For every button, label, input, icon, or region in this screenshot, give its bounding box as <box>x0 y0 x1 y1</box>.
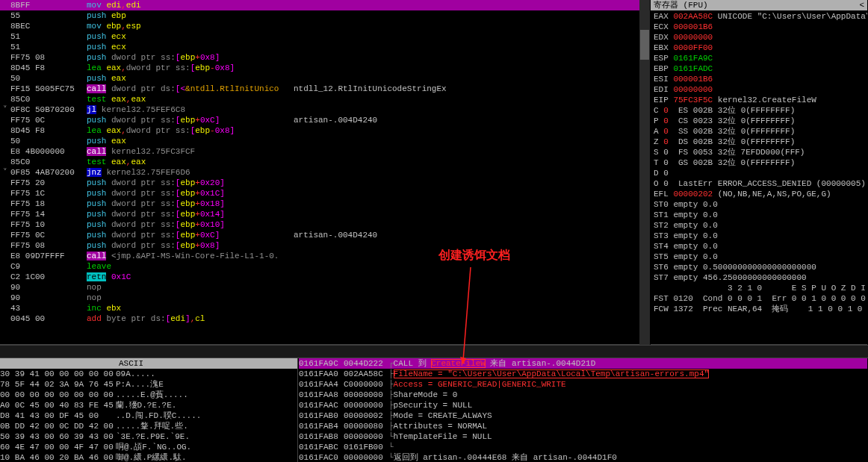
disasm-row[interactable]: 50 push eax <box>0 136 649 146</box>
hexdump-row[interactable]: 00 00 00 00 00 00 00 00.....E.@萯..... <box>0 390 297 400</box>
disasm-row[interactable]: 50 push eax <box>0 73 649 84</box>
disassembly-pane[interactable]: 8BFF mov edi,edi55 push ebp8BEC mov ebp,… <box>0 0 650 345</box>
register-line[interactable]: 3 2 1 0 E S P U O Z D I <box>654 283 864 293</box>
register-line[interactable]: ST1 empty 0.0 <box>654 210 864 220</box>
register-line[interactable]: O 0 LastErr ERROR_ACCESS_DENIED (0000000… <box>654 178 864 189</box>
hexdump-header: ASCII <box>0 358 297 369</box>
stack-row[interactable]: 0161FAB000000002├Mode = CREATE_ALWAYS <box>299 411 867 421</box>
disasm-row[interactable]: 51 push ecx <box>0 31 649 42</box>
stack-pane[interactable]: 0161FA9C0044D222┌CALL 到 CreateFileW 来自 a… <box>299 358 867 462</box>
register-line[interactable]: ECX 000001B6 <box>654 22 864 32</box>
hexdump-row[interactable]: D8 41 43 00 DF 45 00..D.闯.FD.聧C..... <box>0 411 297 421</box>
stack-row[interactable]: 0161FAB400000080├Attributes = NORMAL <box>299 421 867 431</box>
register-line[interactable]: EFL 00000202 (NO,NB,NE,A,NS,PO,GE,G) <box>654 189 864 199</box>
disasm-row[interactable]: FF75 08 push dword ptr ss:[ebp+0x8] <box>0 52 649 63</box>
disasm-row[interactable]: ˅0F8C 50B70200 jl kernel32.75FEF6C8 <box>0 104 649 115</box>
hexdump-row[interactable]: 50 39 43 00 60 39 43 00`3E.?E.P9E.`9E. <box>0 431 297 442</box>
register-line[interactable]: D 0 <box>654 168 864 178</box>
disasm-row[interactable]: ˅0F85 4AB70200 jnz kernel32.75FEF6D6 <box>0 167 649 178</box>
disasm-row[interactable]: C9 leave <box>0 261 649 272</box>
register-line[interactable]: FCW 1372 Prec NEAR,64 掩码 1 1 0 0 1 0 <box>654 304 864 314</box>
register-line[interactable]: EDX 00000000 <box>654 32 864 43</box>
stack-row[interactable]: 0161FAA800000000├ShareMode = 0 <box>299 390 867 400</box>
disasm-row[interactable]: FF75 0C push dword ptr ss:[ebp+0xC]artis… <box>0 115 649 125</box>
disasm-row[interactable]: E8 09D7FFFF call <jmp.&API-MS-Win-Core-F… <box>0 251 649 261</box>
disasm-row[interactable]: FF75 1C push dword ptr ss:[ebp+0x1C] <box>0 188 649 199</box>
register-line[interactable]: EAX 002AA58C UNICODE "C:\Users\User\AppD… <box>654 11 864 22</box>
stack-row[interactable]: 0161FABC0161FB00└ <box>299 442 867 452</box>
register-line[interactable]: ST0 empty 0.0 <box>654 199 864 210</box>
disasm-row[interactable]: FF75 18 push dword ptr ss:[ebp+0x18] <box>0 199 649 209</box>
disasm-row[interactable]: 8D45 F8 lea eax,dword ptr ss:[ebp-0x8] <box>0 63 649 73</box>
hexdump-row[interactable]: 10 BA 46 00 20 BA 46 00啣@.繯.P縲繯.駄. <box>0 452 297 462</box>
disasm-row[interactable]: FF75 08 push dword ptr ss:[ebp+0x8] <box>0 240 649 251</box>
stack-row[interactable]: 0161FAAC00000000├pSecurity = NULL <box>299 400 867 411</box>
disasm-row[interactable]: FF15 5005FC75 call dword ptr ds:[<&ntdll… <box>0 84 649 94</box>
stack-row[interactable]: 0161FAA4C0000000├Access = GENERIC_READ|G… <box>299 379 867 390</box>
register-line[interactable]: ST7 empty 456.25000000000000000 <box>654 272 864 283</box>
disasm-row[interactable]: FF75 20 push dword ptr ss:[ebp+0x20] <box>0 178 649 188</box>
hexdump-row[interactable]: 30 39 41 00 00 00 00 0009A..... <box>0 369 297 379</box>
stack-row[interactable]: 0161FA9C0044D222┌CALL 到 CreateFileW 来自 a… <box>299 358 867 369</box>
disasm-scrollbar[interactable] <box>639 0 650 345</box>
register-line[interactable]: T 0 GS 002B 32位 0(FFFFFFFF) <box>654 157 864 168</box>
disasm-row[interactable]: 55 push ebp <box>0 10 649 21</box>
register-line[interactable]: A 0 SS 002B 32位 0(FFFFFFFF) <box>654 126 864 137</box>
register-line[interactable]: ST2 empty 0.0 <box>654 220 864 231</box>
stack-row[interactable]: 0161FAB800000000└hTemplateFile = NULL <box>299 431 867 442</box>
register-line[interactable]: ST5 empty 0.0 <box>654 252 864 262</box>
register-line[interactable]: EBX 0000FF00 <box>654 43 864 53</box>
horizontal-splitter[interactable] <box>0 345 868 358</box>
stack-row[interactable]: 0161FAA0002AA58C├FileName = "C:\Users\Us… <box>299 369 867 379</box>
register-line[interactable]: EDI 00000000 <box>654 84 864 95</box>
hexdump-row[interactable]: A0 0C 45 00 40 83 FE 45蘭.獶D.?E.?E. <box>0 400 297 411</box>
register-line[interactable]: S 0 FS 0053 32位 7EFDD000(FFF) <box>654 147 864 157</box>
register-line[interactable]: FST 0120 Cond 0 0 0 1 Err 0 0 1 0 0 0 0 … <box>654 293 864 304</box>
stack-row[interactable]: 0161FAC000000000└返回到 artisan-.00444E68 来… <box>299 452 867 462</box>
disasm-row[interactable]: 85C0 test eax,eax <box>0 94 649 104</box>
register-line[interactable]: ESP 0161FA9C <box>654 53 864 63</box>
register-line[interactable]: ST3 empty 0.0 <box>654 231 864 241</box>
hexdump-row[interactable]: 60 4E 47 00 00 4F 47 00哃@.頕F.`NG..OG. <box>0 442 297 452</box>
hexdump-pane[interactable]: ASCII 30 39 41 00 00 00 00 0009A.....78 … <box>0 358 298 462</box>
disasm-row[interactable]: 51 push ecx <box>0 42 649 52</box>
register-line[interactable]: Z 0 DS 002B 32位 0(FFFFFFFF) <box>654 137 864 147</box>
registers-title: 寄存器 (FPU)< <box>651 0 867 10</box>
registers-pane[interactable]: 寄存器 (FPU)< EAX 002AA58C UNICODE "C:\User… <box>651 0 867 345</box>
register-line[interactable]: ST6 empty 0.500000000000000000000 <box>654 262 864 272</box>
disasm-row[interactable]: 8D45 F8 lea eax,dword ptr ss:[ebp-0x8] <box>0 125 649 136</box>
register-line[interactable]: ESI 000001B6 <box>654 74 864 84</box>
hexdump-row[interactable]: 0B DD 42 00 0C DD 42 00.....鞪.拜哫.些. <box>0 421 297 431</box>
register-line[interactable]: C 0 ES 002B 32位 0(FFFFFFFF) <box>654 105 864 116</box>
disasm-row[interactable]: 43 inc ebx <box>0 303 649 313</box>
register-line[interactable]: P 0 CS 0023 32位 0(FFFFFFFF) <box>654 116 864 126</box>
disasm-row[interactable]: E8 4B000000 call kernel32.75FC3FCF <box>0 146 649 157</box>
annotation-label: 创建诱饵文档 <box>438 251 510 261</box>
disasm-row[interactable]: FF75 10 push dword ptr ss:[ebp+0x10] <box>0 219 649 230</box>
register-line[interactable]: EIP 75FC3F5C kernel32.CreateFileW <box>654 95 864 105</box>
disasm-row[interactable]: C2 1C00 retn 0x1C <box>0 272 649 282</box>
disasm-row[interactable]: 8BEC mov ebp,esp <box>0 21 649 31</box>
register-line[interactable]: ST4 empty 0.0 <box>654 241 864 252</box>
disasm-row[interactable]: 90 nop <box>0 282 649 293</box>
disasm-row[interactable]: 8BFF mov edi,edi <box>0 0 649 10</box>
disasm-row[interactable]: FF75 0C push dword ptr ss:[ebp+0xC]artis… <box>0 230 649 240</box>
hexdump-row[interactable]: 78 5F 44 02 3A 9A 76 45P:A....溾E <box>0 379 297 390</box>
disasm-row[interactable]: 90 nop <box>0 293 649 303</box>
scrollbar-thumb[interactable] <box>640 30 649 60</box>
disasm-row[interactable]: 0045 00 add byte ptr ds:[edi],cl <box>0 313 649 324</box>
disasm-row[interactable]: 85C0 test eax,eax <box>0 157 649 167</box>
disasm-row[interactable]: FF75 14 push dword ptr ss:[ebp+0x14] <box>0 209 649 219</box>
register-line[interactable]: EBP 0161FADC <box>654 63 864 74</box>
